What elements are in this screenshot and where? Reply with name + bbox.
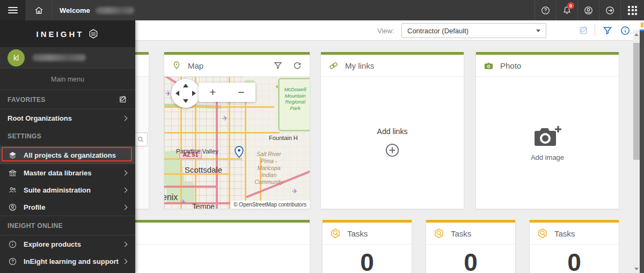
vertical-scrollbar	[633, 20, 640, 273]
airport-icon: ✈	[165, 90, 171, 98]
view-select-value: Contractor (Default)	[407, 27, 469, 35]
pan-down-icon	[183, 99, 188, 103]
account-button[interactable]	[577, 0, 599, 20]
map-card-title: Map	[188, 61, 203, 70]
photo-card: Photo Add image	[475, 52, 619, 209]
sidebar-item-root-organizations[interactable]: Root Organizations	[0, 109, 135, 127]
map-refresh-icon[interactable]	[292, 61, 302, 70]
map-label-fountain: Fountain H	[269, 135, 298, 141]
chevron-right-icon	[122, 115, 128, 121]
add-image-label: Add image	[531, 153, 564, 161]
edit-view-icon[interactable]	[579, 25, 589, 36]
map-label-paradise-valley: Paradise Valley	[176, 148, 218, 154]
sidebar-item-ineight-learning-support[interactable]: InEight learning and support	[0, 253, 135, 270]
user-row: kl	[0, 47, 135, 69]
search-button[interactable]	[134, 132, 148, 146]
view-select-dropdown[interactable]: Contractor (Default)	[401, 23, 546, 38]
tasks-count: 0	[567, 248, 581, 273]
map-label-mcdowell: McDowell Mountain Regional Park	[276, 86, 310, 111]
chevron-right-icon	[122, 241, 128, 247]
map-label-phoenix-partial: enix	[164, 193, 178, 202]
map-label-tempe: Tempe	[192, 202, 215, 209]
scrollbar-thumb[interactable]	[633, 43, 640, 160]
map-pin-icon	[172, 61, 181, 70]
map-canvas[interactable]: McDowell Mountain Regional Park Fountain…	[164, 77, 310, 209]
edit-favorites-icon[interactable]	[119, 95, 128, 104]
tasks-title: Tasks	[347, 229, 368, 238]
notifications-badge: 0	[567, 2, 574, 9]
sidebar-item-ineight-com[interactable]: InEight.com	[0, 270, 135, 273]
info-icon[interactable]	[620, 25, 631, 36]
my-links-card: My links Add links	[320, 52, 464, 209]
map-pan-control[interactable]	[171, 79, 200, 108]
map-label-salt-river: Salt River Pima - Maricopa Indian Commun…	[246, 151, 292, 186]
welcome-label: Welcome	[60, 6, 90, 14]
sidebar-section-ineight-online: INEIGHT ONLINE	[0, 216, 135, 235]
add-photo-button[interactable]	[532, 124, 562, 149]
tasks-icon	[434, 228, 444, 239]
airport-icon: ✈	[292, 187, 298, 195]
sidebar-item-explore-products[interactable]: Explore products	[0, 235, 135, 253]
scroll-up-button[interactable]	[633, 30, 640, 39]
tasks-title: Tasks	[554, 229, 575, 238]
chevron-right-icon	[122, 204, 128, 210]
pan-left-icon	[175, 91, 179, 96]
notifications-button[interactable]: 0	[556, 0, 577, 20]
sidebar-item-suite-administration[interactable]: Suite administration	[0, 181, 135, 198]
bank-icon	[8, 168, 17, 178]
scroll-down-button[interactable]	[633, 264, 640, 273]
sidebar-item-master-data-libraries[interactable]: Master data libraries	[0, 164, 135, 181]
pan-right-icon	[192, 91, 196, 96]
map-filter-icon[interactable]	[273, 61, 283, 70]
toolbar-divider	[595, 25, 595, 36]
sidebar-item-profile[interactable]: Profile	[0, 198, 135, 216]
person-circle-icon	[8, 203, 17, 212]
sidebar-section-settings: SETTINGS	[0, 127, 135, 146]
home-button[interactable]	[26, 0, 52, 20]
help-icon	[540, 5, 551, 16]
tasks-card-2: Tasks 0	[426, 220, 516, 273]
view-label: View:	[377, 27, 394, 35]
tasks-icon	[330, 228, 341, 239]
sidebar-section-favorites: FAVORITES	[0, 90, 135, 109]
map-zoom-control: + −	[199, 83, 255, 102]
avatar: kl	[8, 49, 25, 67]
add-links-button[interactable]	[384, 142, 400, 158]
map-card: Map	[164, 52, 310, 209]
chevron-right-icon	[122, 187, 128, 193]
filter-icon[interactable]	[602, 25, 613, 36]
launch-button[interactable]	[599, 0, 620, 20]
waffle-grid-icon	[628, 6, 637, 15]
main-menu-sidebar: INEIGHT kl Main menu FAVORITES Root Orga…	[0, 20, 135, 273]
tasks-count: 0	[464, 248, 478, 273]
person-icon	[583, 5, 594, 16]
map-attribution: © OpenStreetMap contributors	[230, 201, 310, 209]
tasks-icon	[537, 228, 548, 239]
chevron-right-icon	[122, 259, 128, 264]
redacted-user-name	[32, 54, 86, 61]
welcome-area: Welcome	[52, 0, 134, 20]
search-icon	[137, 136, 144, 143]
topbar-actions: 0	[535, 0, 644, 20]
ineight-logo-icon	[88, 28, 99, 39]
zoom-in-button[interactable]: +	[199, 83, 227, 102]
info-circle-icon	[8, 240, 17, 249]
pan-up-icon	[183, 84, 188, 87]
people-icon	[8, 186, 17, 195]
help-circle-icon	[8, 257, 17, 266]
app-switcher-button[interactable]	[620, 0, 644, 20]
camera-icon	[484, 61, 494, 71]
tasks-title: Tasks	[451, 229, 471, 238]
tasks-count: 0	[360, 248, 374, 273]
sidebar-item-all-projects-organizations[interactable]: All projects & organizations	[0, 146, 135, 164]
hamburger-menu-button[interactable]	[0, 0, 26, 20]
tasks-card-1: Tasks 0	[322, 220, 412, 273]
map-label-scottsdale: Scottsdale	[185, 165, 222, 174]
window-edge-fragment	[640, 20, 644, 31]
zoom-out-button[interactable]: −	[227, 83, 255, 102]
layers-icon	[8, 151, 17, 160]
ineight-logo-text: INEIGHT	[36, 29, 84, 39]
help-button[interactable]	[535, 0, 556, 20]
chevron-right-icon	[122, 170, 128, 175]
arrow-down-icon	[634, 268, 639, 270]
